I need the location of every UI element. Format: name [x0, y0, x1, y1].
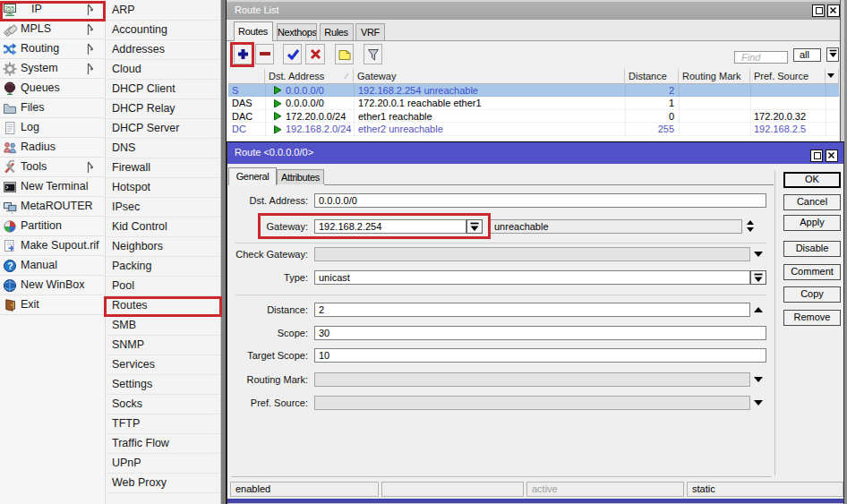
- svg-text:?: ?: [7, 261, 13, 271]
